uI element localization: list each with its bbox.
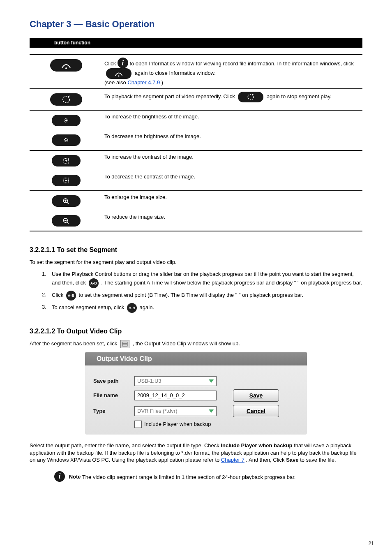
segment-intro: To set the segment for the segment play … <box>30 259 362 266</box>
svg-point-0 <box>65 67 67 69</box>
type-label: Type <box>93 407 134 415</box>
table-row: To increase the brightness of the image. <box>30 110 362 130</box>
ab-icon: A-B <box>89 278 99 288</box>
step-text: to set the segment end point (B Time). T… <box>78 292 237 298</box>
page-title: Chapter 3 — Basic Operation <box>30 18 362 30</box>
desc-text: again to stop segment play. <box>267 94 332 100</box>
step-text: again. <box>140 305 154 311</box>
contrast-plus-icon <box>52 155 81 166</box>
file-name-value: 2009_12_14_0_0_2 <box>137 392 185 399</box>
step-number: 1. <box>42 270 52 279</box>
output-text: . And then, Click <box>246 457 286 463</box>
see-also-link[interactable]: Chapter 4.7.9 <box>127 79 160 86</box>
step-text: . The starting point A Time will show be… <box>101 280 296 286</box>
list-item: 2. Click A-B to set the segment end poin… <box>42 291 362 301</box>
table-row: To playback the segment part of video re… <box>30 89 362 110</box>
svg-line-19 <box>67 222 69 224</box>
desc-text: ) <box>161 79 163 86</box>
page-number: 21 <box>369 540 374 547</box>
note-body: The video clip segment range is limited … <box>82 474 296 480</box>
informatics-button-icon <box>50 59 82 72</box>
save-button[interactable]: Save <box>233 389 279 402</box>
list-item: 3. To cancel segment setup, click A-B ag… <box>42 303 362 313</box>
desc-text: To decrease the brightness of the image. <box>104 133 201 139</box>
informatics-button-icon-inline <box>106 68 131 79</box>
zoom-out-icon <box>52 215 81 227</box>
chevron-down-icon <box>209 409 214 413</box>
include-player-checkbox[interactable] <box>134 421 142 428</box>
step-number: 2. <box>42 291 52 299</box>
table-row: Click i to open Informatics window for v… <box>30 55 362 89</box>
save-path-label: Save path <box>93 377 134 385</box>
info-icon: i <box>54 471 65 482</box>
step-text: " on playback progress bar. <box>239 292 303 298</box>
desc-text: again to close Informatics window. <box>135 70 216 76</box>
segment-play-icon-inline <box>238 92 263 102</box>
chevron-down-icon <box>209 379 214 383</box>
output-video-clip-dialog: Output Video Clip Save path USB-1:U3 Fil… <box>85 352 307 435</box>
table-row: To increase the contrast of the image. <box>30 150 362 171</box>
segment-steps: 1. Use the Playback Control buttons or d… <box>42 270 362 313</box>
output-clip-icon <box>120 340 129 348</box>
desc-text: To increase the contrast of the image. <box>104 154 194 160</box>
output-text-save: Save <box>286 457 298 463</box>
output-text-bold: Include Player when backup <box>221 442 292 449</box>
table-row: To enlarge the image size. <box>30 191 362 211</box>
segment-play-icon <box>50 93 82 106</box>
ab-icon: A-B <box>66 291 76 301</box>
desc-text: To decrease the contrast of the image. <box>104 173 195 180</box>
type-select[interactable]: DVR Files (*.dvr) <box>134 406 217 416</box>
output-text: to save the file. <box>300 457 336 463</box>
save-path-value: USB-1:U3 <box>137 377 161 385</box>
chapter-7-link[interactable]: Chapter 7 <box>221 457 244 463</box>
section-heading-output: 3.2.2.1.2 To Output Video Clip <box>30 327 362 336</box>
svg-point-1 <box>118 75 119 76</box>
section-heading-segment: 3.2.2.1.1 To set the Segment <box>30 245 362 254</box>
note-label: Note <box>69 474 81 480</box>
svg-line-15 <box>67 202 69 204</box>
desc-text: To increase the brightness of the image. <box>104 113 199 120</box>
step-text: To cancel segment setup, click <box>52 305 126 311</box>
step-number: 3. <box>42 303 52 312</box>
output-text: Select the output path, enter the file n… <box>30 442 221 449</box>
desc-text: To reduce the image size. <box>104 214 165 220</box>
brightness-minus-icon <box>52 134 81 146</box>
button-function-table: Click i to open Informatics window for v… <box>30 54 362 232</box>
desc-text: to open Informatics window for viewing r… <box>129 60 354 67</box>
table-row: To reduce the image size. <box>30 211 362 231</box>
zoom-in-icon <box>52 195 81 207</box>
desc-text: To playback the segment part of video re… <box>104 94 236 100</box>
output-intro: After the segment has been set, click , … <box>30 340 362 348</box>
file-name-field[interactable]: 2009_12_14_0_0_2 <box>134 391 217 400</box>
table-row: To decrease the contrast of the image. <box>30 171 362 191</box>
output-text: After the segment has been set, click <box>30 340 119 347</box>
brightness-plus-icon <box>52 115 81 126</box>
output-text: , the Output Video Clip windows will sho… <box>132 340 240 347</box>
info-icon: i <box>118 58 128 68</box>
note-block: i Note The video clip segment range is l… <box>54 471 362 482</box>
svg-rect-21 <box>122 342 127 346</box>
table-header-bar: button function <box>30 38 362 48</box>
type-value: DVR Files (*.dvr) <box>137 407 178 415</box>
desc-text: (see also <box>104 79 127 86</box>
file-name-label: File name <box>93 392 134 399</box>
step-text: " on playback progress bar. <box>297 280 362 286</box>
dialog-title: Output Video Clip <box>85 352 307 365</box>
table-row: To decrease the brightness of the image. <box>30 130 362 150</box>
include-player-label: Include Player when backup <box>144 421 211 428</box>
contrast-minus-icon <box>52 175 81 186</box>
save-path-select[interactable]: USB-1:U3 <box>134 376 217 386</box>
list-item: 1. Use the Playback Control buttons or d… <box>42 270 362 289</box>
desc-text: Click <box>104 60 118 67</box>
ab-icon: A-B <box>127 303 137 313</box>
cancel-button[interactable]: Cancel <box>233 405 279 417</box>
step-text: Click <box>52 292 65 298</box>
output-footer: Select the output path, enter the file n… <box>30 442 362 464</box>
desc-text: To enlarge the image size. <box>104 194 167 200</box>
